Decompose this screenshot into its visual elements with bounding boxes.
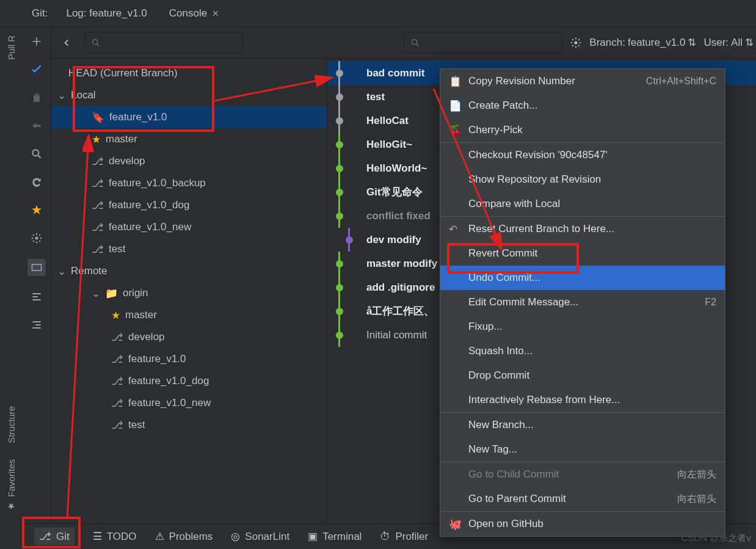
star-icon[interactable]	[29, 203, 44, 217]
trash-icon[interactable]	[29, 90, 44, 105]
commit-search-input[interactable]	[404, 32, 562, 53]
sidebar-pull-requests[interactable]: Pull R	[5, 31, 18, 65]
folder-icon: 📁	[105, 287, 118, 300]
ctx-child-commit: Go to Child Commit向左箭头	[440, 462, 725, 487]
star-icon: ★	[111, 309, 120, 322]
commit-message: bad commit	[366, 67, 424, 79]
close-icon[interactable]: ✕	[212, 9, 219, 18]
indent-icon[interactable]	[29, 289, 44, 304]
list-icon: ☰	[93, 530, 102, 543]
ctx-undo-commit[interactable]: Undo Commit...	[440, 266, 725, 290]
sidebar-structure[interactable]: Structure	[5, 401, 18, 448]
layout-icon[interactable]	[27, 259, 46, 276]
commit-message: Git常见命令	[366, 185, 423, 199]
commit-message: master modify	[366, 258, 437, 270]
commit-message: Initial commit	[366, 329, 427, 341]
shelve-icon[interactable]	[29, 118, 44, 133]
back-button[interactable]	[56, 32, 77, 53]
git-label: Git:	[24, 1, 55, 26]
branch-icon: ⎇	[111, 397, 123, 410]
profiler-icon: ⏱	[380, 531, 390, 543]
commit-message: test	[366, 91, 385, 103]
svg-point-0	[32, 150, 38, 156]
sonar-icon: ◎	[231, 530, 240, 543]
search-icon[interactable]	[29, 147, 44, 161]
bottom-problems[interactable]: ⚠Problems	[155, 530, 213, 543]
tag-icon: 🔖	[92, 111, 104, 124]
ctx-fixup[interactable]: Fixup...	[440, 314, 725, 339]
tab-console[interactable]: Console✕	[158, 1, 230, 26]
log-subbar: Branch: feature_v1.0 ⇅ User: All ⇅	[51, 27, 756, 59]
ctx-open-github[interactable]: 🐙Open on GitHub	[440, 512, 725, 536]
bottom-todo[interactable]: ☰TODO	[93, 530, 137, 543]
branch-search-input[interactable]	[84, 32, 243, 53]
outdent-icon[interactable]	[29, 318, 44, 332]
ctx-new-branch[interactable]: New Branch...	[440, 413, 725, 437]
github-icon: 🐙	[449, 518, 461, 531]
log-settings-icon[interactable]	[570, 37, 582, 49]
chevron-updown-icon: ⇅	[688, 36, 696, 49]
svg-line-7	[434, 89, 501, 247]
branch-icon: ⎇	[111, 419, 123, 432]
commit-message: conflict fixed	[366, 210, 431, 222]
branch-filter[interactable]: Branch: feature_v1.0 ⇅	[589, 36, 696, 49]
svg-point-5	[575, 41, 578, 44]
tab-log-label: Log: feature_v1.0	[66, 7, 147, 20]
terminal-icon: ▣	[308, 530, 318, 543]
svg-point-4	[412, 39, 417, 44]
tab-log[interactable]: Log: feature_v1.0	[55, 1, 158, 26]
user-filter[interactable]: User: All ⇅	[703, 36, 754, 49]
svg-point-3	[93, 39, 98, 44]
bottom-git[interactable]: ⎇Git	[34, 528, 75, 545]
vcs-toolbar	[22, 27, 51, 523]
commit-message: å工作工作区、	[366, 304, 434, 318]
commit-message: HelloCat	[366, 115, 409, 127]
svg-rect-2	[32, 264, 41, 271]
branch-icon: ⎇	[39, 530, 51, 543]
bottom-terminal[interactable]: ▣Terminal	[308, 530, 362, 543]
svg-point-1	[35, 237, 38, 240]
svg-line-8	[67, 137, 89, 519]
ctx-new-tag[interactable]: New Tag...	[440, 437, 725, 462]
commit-message: add .gitignore	[366, 282, 435, 294]
refresh-icon[interactable]	[29, 175, 44, 189]
chevron-down-icon: ⌄	[57, 89, 66, 102]
ctx-squash[interactable]: Squash Into...	[440, 339, 725, 363]
branch-icon: ⎇	[111, 375, 123, 388]
tab-console-label: Console	[169, 7, 207, 20]
sidebar-favorites[interactable]: ★ Favorites	[4, 454, 18, 517]
commit-icon[interactable]	[29, 62, 44, 77]
left-rail: Pull R Structure ★ Favorites	[0, 27, 22, 523]
bottom-profiler[interactable]: ⏱Profiler	[380, 531, 428, 543]
ctx-edit-message[interactable]: Edit Commit Message...F2	[440, 290, 725, 314]
ctx-parent-commit[interactable]: Go to Parent Commit向右箭头	[440, 487, 725, 511]
commit-message: HelloWorld~	[366, 162, 427, 175]
branch-feature-v1[interactable]: 🔖feature_v1.0	[51, 106, 327, 128]
ctx-rebase[interactable]: Interactively Rebase from Here...	[440, 388, 725, 412]
bottom-sonar[interactable]: ◎SonarLint	[231, 530, 289, 543]
warning-icon: ⚠	[155, 530, 164, 543]
commit-message: HelloGit~	[366, 139, 412, 151]
gear-icon[interactable]	[29, 231, 44, 245]
branch-icon: ⎇	[111, 331, 123, 344]
chevron-updown-icon: ⇅	[745, 36, 754, 49]
svg-line-6	[215, 78, 330, 101]
commit-message: dev modify	[366, 234, 421, 246]
ctx-drop[interactable]: Drop Commit	[440, 363, 725, 388]
branch-icon: ⎇	[111, 353, 123, 366]
plus-icon[interactable]	[29, 34, 44, 49]
top-tabs: Git: Log: feature_v1.0 Console✕	[0, 0, 756, 27]
